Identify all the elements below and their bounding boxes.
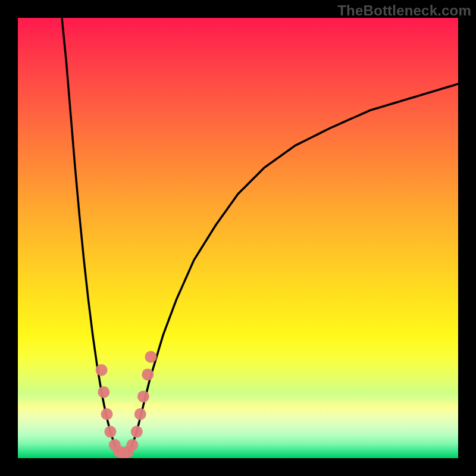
data-marker — [137, 390, 149, 402]
data-marker — [145, 351, 156, 363]
data-marker — [104, 426, 116, 438]
data-marker — [134, 408, 146, 420]
chart-svg — [18, 18, 458, 458]
curve-right-curve — [128, 84, 458, 454]
data-marker — [96, 364, 108, 376]
data-marker — [101, 408, 112, 420]
data-marker — [142, 368, 154, 380]
plot-area — [18, 18, 458, 458]
data-marker — [126, 439, 138, 451]
watermark-text: TheBottleneck.com — [337, 2, 471, 19]
frame: TheBottleneck.com — [0, 0, 476, 476]
data-marker — [98, 386, 109, 398]
data-marker — [131, 426, 143, 438]
curve-left-curve — [62, 18, 119, 454]
